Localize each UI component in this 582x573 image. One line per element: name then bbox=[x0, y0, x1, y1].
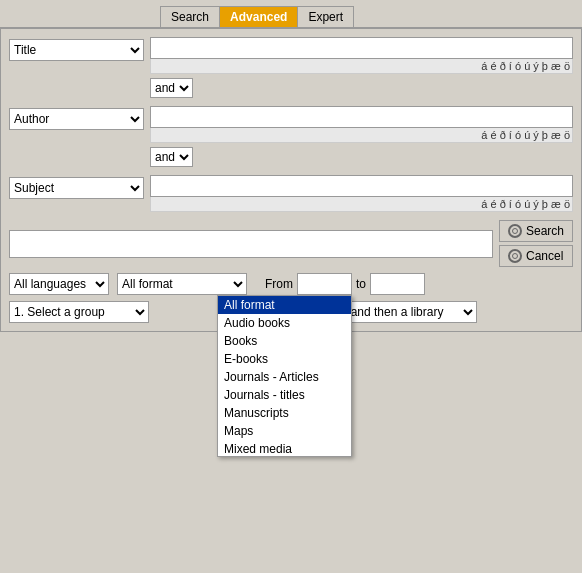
content-area: Title Author Subject á é ð í ó ú ý þ æ ö… bbox=[0, 27, 582, 332]
to-label: to bbox=[356, 277, 366, 291]
tab-search[interactable]: Search bbox=[160, 6, 219, 27]
connector-select-1[interactable]: and or not bbox=[150, 78, 193, 98]
bottom-search-row: Search Cancel bbox=[9, 220, 573, 267]
input-group-2: á é ð í ó ú ý þ æ ö bbox=[150, 106, 573, 143]
search-row-3: Title Author Subject á é ð í ó ú ý þ æ ö bbox=[9, 175, 573, 212]
button-group: Search Cancel bbox=[499, 220, 573, 267]
format-option-3[interactable]: E-books bbox=[218, 350, 351, 368]
search-button-icon bbox=[508, 224, 522, 238]
format-option-1[interactable]: Audio books bbox=[218, 314, 351, 332]
search-input-2[interactable] bbox=[150, 106, 573, 128]
search-input-1[interactable] bbox=[150, 37, 573, 59]
format-option-2[interactable]: Books bbox=[218, 332, 351, 350]
special-chars-3: á é ð í ó ú ý þ æ ö bbox=[150, 197, 573, 212]
group-select[interactable]: 1. Select a group bbox=[9, 301, 149, 323]
special-chars-1: á é ð í ó ú ý þ æ ö bbox=[150, 59, 573, 74]
format-option-8[interactable]: Mixed media bbox=[218, 440, 351, 456]
search-button-label: Search bbox=[526, 224, 564, 238]
field-select-1[interactable]: Title Author Subject bbox=[9, 39, 144, 61]
connector-select-2[interactable]: and or not bbox=[150, 147, 193, 167]
search-button[interactable]: Search bbox=[499, 220, 573, 242]
tabs-bar: Search Advanced Expert bbox=[0, 0, 582, 27]
dropdown-scroll: All format Audio books Books E-books Jou… bbox=[218, 296, 351, 456]
cancel-button-icon bbox=[508, 249, 522, 263]
language-select[interactable]: All languages bbox=[9, 273, 109, 295]
connector-row-1: and or not bbox=[150, 78, 573, 98]
search-row-2: Title Author Subject á é ð í ó ú ý þ æ ö bbox=[9, 106, 573, 143]
main-container: Search Advanced Expert Title Author Subj… bbox=[0, 0, 582, 332]
bottom-search-input[interactable] bbox=[9, 230, 493, 258]
input-group-1: á é ð í ó ú ý þ æ ö bbox=[150, 37, 573, 74]
format-option-5[interactable]: Journals - titles bbox=[218, 386, 351, 404]
format-option-7[interactable]: Maps bbox=[218, 422, 351, 440]
input-group-3: á é ð í ó ú ý þ æ ö bbox=[150, 175, 573, 212]
connector-row-2: and or not bbox=[150, 147, 573, 167]
format-option-0[interactable]: All format bbox=[218, 296, 351, 314]
format-option-6[interactable]: Manuscripts bbox=[218, 404, 351, 422]
cancel-button-label: Cancel bbox=[526, 249, 563, 263]
format-option-4[interactable]: Journals - Articles bbox=[218, 368, 351, 386]
search-row-1: Title Author Subject á é ð í ó ú ý þ æ ö bbox=[9, 37, 573, 74]
field-select-2[interactable]: Title Author Subject bbox=[9, 108, 144, 130]
from-to-container: From to bbox=[265, 273, 425, 295]
format-dropdown-overlay: All format Audio books Books E-books Jou… bbox=[217, 295, 352, 457]
cancel-button[interactable]: Cancel bbox=[499, 245, 573, 267]
search-input-3[interactable] bbox=[150, 175, 573, 197]
format-select[interactable]: All format Audio books Books E-books Jou… bbox=[117, 273, 247, 295]
field-select-3[interactable]: Title Author Subject bbox=[9, 177, 144, 199]
from-label: From bbox=[265, 277, 293, 291]
to-input[interactable] bbox=[370, 273, 425, 295]
from-input[interactable] bbox=[297, 273, 352, 295]
format-dropdown-container: All format Audio books Books E-books Jou… bbox=[117, 273, 247, 295]
tab-expert[interactable]: Expert bbox=[298, 6, 354, 27]
special-chars-2: á é ð í ó ú ý þ æ ö bbox=[150, 128, 573, 143]
bottom-controls: All languages All format Audio books Boo… bbox=[9, 273, 573, 295]
tab-advanced[interactable]: Advanced bbox=[219, 6, 298, 27]
